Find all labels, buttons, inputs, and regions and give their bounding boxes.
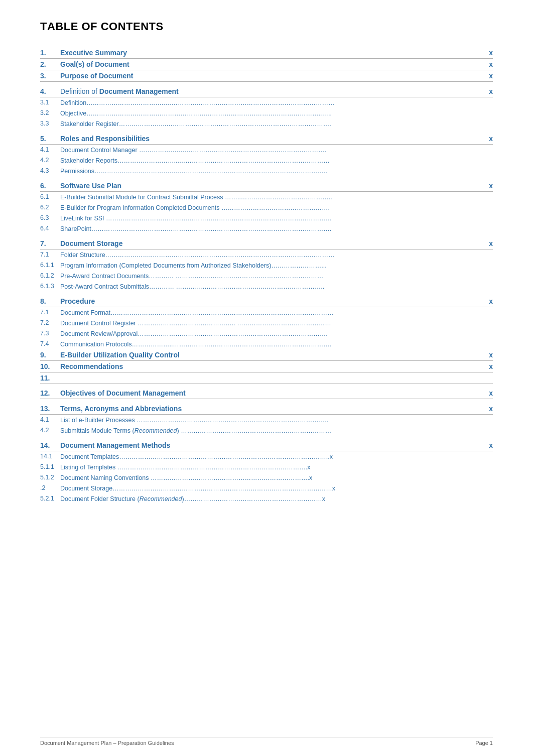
subsection-title: Stakeholder Reports………………………...………………………… xyxy=(60,155,487,166)
section-page: x xyxy=(487,440,493,451)
section-page: x xyxy=(487,70,493,82)
subsection-page xyxy=(487,493,493,504)
subsection-page xyxy=(487,223,493,234)
section-number: 5. xyxy=(40,133,60,145)
subsection-page xyxy=(487,191,493,202)
subsection-title: Document Storage………………………………………………………………… xyxy=(60,483,487,493)
toc-subsection-row: 4.3 Permissions………………………………..……………………………… xyxy=(40,166,493,176)
subsection-number: 7.2 xyxy=(40,318,60,328)
subsection-page xyxy=(487,108,493,118)
toc-section-row: 13. Terms, Acronyms and Abbreviations x xyxy=(40,403,493,415)
subsection-page xyxy=(487,155,493,166)
subsection-number: 4.1 xyxy=(40,144,60,155)
section-number: 14. xyxy=(40,440,60,451)
subsection-page xyxy=(487,414,493,425)
footer: Document Management Plan – Preparation G… xyxy=(40,737,493,746)
section-number: 2. xyxy=(40,59,60,70)
section-number: 4. xyxy=(40,86,60,97)
toc-section-row: 9. E-Builder Utilization Quality Control… xyxy=(40,349,493,361)
subsection-number: 7.4 xyxy=(40,339,60,349)
subsection-title: Program Information (Completed Documents… xyxy=(60,260,487,271)
section-title: E-Builder Utilization Quality Control xyxy=(60,349,487,361)
toc-subsection-row: 6.1 E-Builder Submittal Module for Contr… xyxy=(40,191,493,202)
toc-table: 1. Executive Summary x 2. Goal(s) of Doc… xyxy=(40,47,493,504)
toc-subsection-row: 4.1 Document Control Manager ………………..………… xyxy=(40,144,493,155)
subsection-title: Document Review/Approval…………………………………………… xyxy=(60,328,487,339)
toc-subsection-row: 3.2 Objective………………………………………………………………………… xyxy=(40,108,493,118)
toc-subsection-row: 7.3 Document Review/Approval………………………………… xyxy=(40,328,493,339)
toc-subsection-row: 14.1 Document Templates……………………………………………… xyxy=(40,451,493,462)
subsection-number: 4.3 xyxy=(40,166,60,176)
toc-section-row: 11. xyxy=(40,372,493,384)
section-page: x xyxy=(487,349,493,361)
toc-section-row: 1. Executive Summary x xyxy=(40,47,493,59)
toc-section-row: 8. Procedure x xyxy=(40,296,493,307)
toc-subsection-row: 6.1.2 Pre-Award Contract Documents………… …… xyxy=(40,271,493,281)
section-title: Definition of Document Management xyxy=(60,86,487,97)
section-title: Purpose of Document xyxy=(60,70,487,82)
subsection-number: 3.2 xyxy=(40,108,60,118)
subsection-number: 3.3 xyxy=(40,118,60,129)
subsection-title: SharePoint………………………………………………………………………………… xyxy=(60,223,487,234)
section-title: Recommendations xyxy=(60,360,487,372)
subsection-title: Permissions………………………………..………………………………………… xyxy=(60,166,487,176)
toc-subsection-row: 3.3 Stakeholder Register…………………..…………………… xyxy=(40,118,493,129)
subsection-number: 3.1 xyxy=(40,97,60,108)
toc-section-row: 10. Recommendations x xyxy=(40,360,493,372)
page-title: TABLE OF CONTENTS xyxy=(40,20,493,33)
toc-subsection-row: 5.1.2 Document Naming Conventions ………………… xyxy=(40,472,493,483)
subsection-number: 5.1.1 xyxy=(40,462,60,472)
toc-subsection-row: 4.1 List of e-Builder Processes ……………………… xyxy=(40,414,493,425)
section-number: 11. xyxy=(40,372,60,384)
subsection-number: 6.2 xyxy=(40,202,60,213)
footer-right: Page 1 xyxy=(475,740,493,746)
subsection-title: Post-Award Contract Submittals………… ………….… xyxy=(60,281,487,292)
subsection-title: Communication Protocols………………..………………………… xyxy=(60,339,487,349)
toc-section-row: 4. Definition of Document Management x xyxy=(40,86,493,97)
subsection-number: 6.1.1 xyxy=(40,260,60,271)
section-number: 1. xyxy=(40,47,60,59)
subsection-title: Pre-Award Contract Documents………… …………..…… xyxy=(60,271,487,281)
toc-subsection-row: 7.2 Document Control Register …………………………… xyxy=(40,318,493,328)
toc-subsection-row: 6.1.1 Program Information (Completed Doc… xyxy=(40,260,493,271)
toc-subsection-row: .2 Document Storage………………………………………………………… xyxy=(40,483,493,493)
toc-section-row: 5. Roles and Responsibilities x xyxy=(40,133,493,145)
subsection-title: Listing of Templates …………………………………………………… xyxy=(60,462,487,472)
toc-subsection-row: 6.2 E-Builder for Program Information Co… xyxy=(40,202,493,213)
toc-subsection-row: 5.2.1 Document Folder Structure (Recomme… xyxy=(40,493,493,504)
subsection-page xyxy=(487,213,493,223)
subsection-number: 6.4 xyxy=(40,223,60,234)
subsection-number: 5.2.1 xyxy=(40,493,60,504)
section-title: Terms, Acronyms and Abbreviations xyxy=(60,403,487,415)
toc-subsection-row: 7.1 Folder Structure…………………..……………………………… xyxy=(40,249,493,260)
subsection-page xyxy=(487,281,493,292)
subsection-title: List of e-Builder Processes ………………………………… xyxy=(60,414,487,425)
subsection-page xyxy=(487,462,493,472)
toc-subsection-row: 5.1.1 Listing of Templates …………………………………… xyxy=(40,462,493,472)
section-number: 13. xyxy=(40,403,60,415)
toc-section-row: 7. Document Storage x xyxy=(40,238,493,249)
subsection-title: Document Format……………………………………………………………….… xyxy=(60,307,487,318)
subsection-number: 6.1.2 xyxy=(40,271,60,281)
toc-subsection-row: 3.1 Definition………………………………..………………………………… xyxy=(40,97,493,108)
section-number: 8. xyxy=(40,296,60,307)
subsection-page xyxy=(487,339,493,349)
subsection-number: 4.2 xyxy=(40,425,60,436)
subsection-page xyxy=(487,483,493,493)
subsection-number: 5.1.2 xyxy=(40,472,60,483)
section-page: x xyxy=(487,296,493,307)
subsection-title: Document Naming Conventions ………………………………… xyxy=(60,472,487,483)
toc-subsection-row: 6.3 LiveLink for SSI …………………………………………………… xyxy=(40,213,493,223)
section-title: Document Management Methods xyxy=(60,440,487,451)
subsection-page xyxy=(487,97,493,108)
toc-section-row: 6. Software Use Plan x xyxy=(40,180,493,192)
section-page: x xyxy=(487,360,493,372)
section-number: 10. xyxy=(40,360,60,372)
section-page xyxy=(487,372,493,384)
subsection-title: Definition………………………………..…………………………………………… xyxy=(60,97,487,108)
section-title: Goal(s) of Document xyxy=(60,59,487,70)
section-page: x xyxy=(487,180,493,192)
subsection-number: 7.1 xyxy=(40,307,60,318)
subsection-page xyxy=(487,328,493,339)
subsection-title: Document Control Register ……………………………………… xyxy=(60,318,487,328)
